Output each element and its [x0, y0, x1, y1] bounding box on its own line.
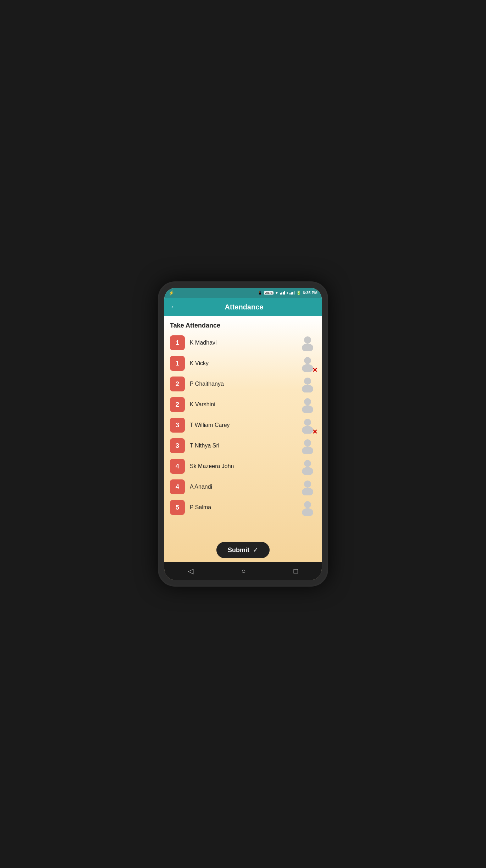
- signal-bars-2: [289, 291, 295, 295]
- svg-point-1: [302, 344, 313, 351]
- phone-frame: ⚡ 📱 VOLTE ▼ ₂ 🔋: [158, 281, 328, 587]
- svg-point-0: [304, 336, 311, 344]
- avatar-icon: [299, 437, 316, 454]
- student-name: A Anandi: [190, 484, 299, 490]
- avatar-icon: [299, 478, 316, 495]
- roll-badge: 2: [170, 377, 185, 391]
- absent-mark: ✕: [312, 367, 317, 373]
- roll-badge: 1: [170, 356, 185, 371]
- avatar-icon: [299, 334, 316, 351]
- avatar-container[interactable]: ✕: [299, 355, 316, 372]
- svg-point-4: [304, 378, 311, 385]
- student-name: P Chaithanya: [190, 381, 299, 387]
- student-name: K Vicky: [190, 360, 299, 367]
- submit-label: Submit: [228, 546, 249, 554]
- avatar-icon: [299, 458, 316, 475]
- student-row[interactable]: 4Sk Mazeera John: [170, 458, 316, 475]
- student-row[interactable]: 1K Madhavi: [170, 334, 316, 351]
- top-app-bar: ← Attendance: [164, 298, 322, 316]
- absent-mark: ✕: [312, 429, 317, 435]
- student-name: T Nithya Sri: [190, 443, 299, 449]
- svg-point-5: [302, 385, 313, 392]
- roll-badge: 5: [170, 500, 185, 515]
- wifi-icon: ▼: [275, 291, 279, 295]
- nav-back-button[interactable]: ◁: [188, 567, 193, 575]
- svg-point-8: [304, 419, 311, 426]
- svg-point-3: [302, 364, 313, 372]
- nav-bar: ◁ ○ □: [164, 562, 322, 580]
- avatar-container[interactable]: [299, 478, 316, 495]
- volte-badge: VOLTE: [264, 291, 274, 295]
- avatar-icon: [299, 375, 316, 392]
- status-bar: ⚡ 📱 VOLTE ▼ ₂ 🔋: [164, 288, 322, 298]
- content-area: Take Attendance 1K Madhavi 1K Vicky ✕2P …: [164, 316, 322, 562]
- avatar-container[interactable]: ✕: [299, 417, 316, 434]
- student-row[interactable]: 3T William Carey ✕: [170, 417, 316, 434]
- svg-point-6: [304, 398, 311, 405]
- status-left: ⚡: [169, 290, 174, 296]
- roll-badge: 2: [170, 397, 185, 412]
- submit-button[interactable]: Submit ✓: [216, 542, 270, 558]
- svg-point-16: [304, 501, 311, 508]
- sim2-label: ₂: [287, 291, 288, 295]
- avatar-container[interactable]: [299, 334, 316, 351]
- battery-icon: 🔋: [296, 291, 301, 295]
- roll-badge: 1: [170, 335, 185, 350]
- submit-check-icon: ✓: [253, 546, 258, 554]
- avatar-icon: [299, 396, 316, 413]
- roll-badge: 3: [170, 418, 185, 433]
- page-title: Attendance: [185, 303, 303, 311]
- student-name: K Varshini: [190, 401, 299, 408]
- student-name: K Madhavi: [190, 340, 299, 346]
- student-name: P Salma: [190, 504, 299, 511]
- svg-point-7: [302, 405, 313, 413]
- time: 6:35 PM: [303, 291, 317, 295]
- student-row[interactable]: 5P Salma: [170, 499, 316, 516]
- svg-point-12: [304, 460, 311, 467]
- roll-badge: 3: [170, 438, 185, 453]
- section-title: Take Attendance: [170, 322, 316, 329]
- student-row[interactable]: 3T Nithya Sri: [170, 437, 316, 454]
- roll-badge: 4: [170, 479, 185, 494]
- avatar-container[interactable]: [299, 375, 316, 392]
- nav-recent-button[interactable]: □: [293, 567, 298, 575]
- avatar-container[interactable]: [299, 499, 316, 516]
- back-button[interactable]: ←: [170, 302, 178, 312]
- avatar-container[interactable]: [299, 396, 316, 413]
- svg-point-14: [304, 480, 311, 488]
- phone-icon: 📱: [258, 291, 263, 295]
- student-list: 1K Madhavi 1K Vicky ✕2P Chaithanya 2K Va…: [170, 334, 316, 516]
- svg-point-10: [304, 439, 311, 446]
- status-right: 📱 VOLTE ▼ ₂ 🔋 6:35 PM: [258, 291, 317, 295]
- avatar-container[interactable]: [299, 437, 316, 454]
- student-name: Sk Mazeera John: [190, 463, 299, 469]
- svg-point-17: [302, 508, 313, 516]
- usb-icon: ⚡: [169, 290, 174, 296]
- svg-point-2: [304, 357, 311, 364]
- svg-point-13: [302, 467, 313, 475]
- avatar-container[interactable]: [299, 458, 316, 475]
- avatar-icon: [299, 499, 316, 516]
- student-row[interactable]: 1K Vicky ✕: [170, 355, 316, 372]
- roll-badge: 4: [170, 459, 185, 474]
- svg-point-15: [302, 488, 313, 495]
- signal-bars-1: [280, 291, 285, 295]
- student-row[interactable]: 2K Varshini: [170, 396, 316, 413]
- student-name: T William Carey: [190, 422, 299, 428]
- svg-point-9: [302, 426, 313, 434]
- nav-home-button[interactable]: ○: [241, 567, 245, 575]
- student-row[interactable]: 2P Chaithanya: [170, 375, 316, 392]
- student-row[interactable]: 4A Anandi: [170, 478, 316, 495]
- phone-screen: ⚡ 📱 VOLTE ▼ ₂ 🔋: [164, 288, 322, 580]
- svg-point-11: [302, 446, 313, 454]
